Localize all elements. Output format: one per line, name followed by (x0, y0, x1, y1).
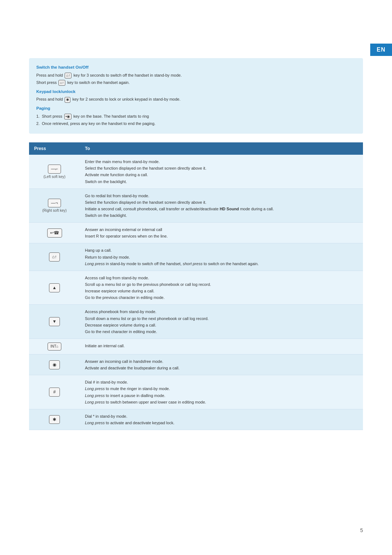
table-row: ✱ Dial * in stand-by mode. Long press to… (29, 409, 363, 430)
key-cell: ⌂↑ (29, 243, 80, 271)
description-cell: Enter the main menu from stand-by mode. … (80, 155, 363, 189)
description-cell: Access phonebook from stand-by mode. Scr… (80, 305, 363, 339)
end-key-icon2: ⌂↑ (58, 80, 65, 86)
key-cell: ✱ (29, 409, 80, 430)
paging-line1: 1. Short press •◉ key on the base. The h… (36, 113, 356, 120)
key-cell: ↩☎ (29, 223, 80, 243)
paging-line2: 2. Once retrieved, press any key on the … (36, 120, 356, 127)
key-cell: ▲ (29, 271, 80, 305)
description-cell: Go to redial list from stand-by mode. Se… (80, 189, 363, 223)
key-cell: ▼ (29, 305, 80, 339)
switch-handset-line1: Press and hold ⌂↑ key for 3 seconds to s… (36, 72, 356, 79)
description-cell: Answer an incoming call in handsfree mod… (80, 355, 363, 375)
key-cell: —¬ (Right soft key) (29, 189, 80, 223)
right-soft-key-icon: —¬ (48, 199, 61, 208)
end-key-icon: ⌂↑ (49, 252, 60, 262)
description-cell: Hang up a call. Return to stand-by mode.… (80, 243, 363, 271)
key-cell: INT⌂ (29, 339, 80, 355)
switch-handset-title: Switch the handset On/Off (36, 64, 356, 71)
description-cell: Initiate an internal call. (80, 339, 363, 355)
hd-sound-text: HD Sound (220, 207, 239, 211)
page-number: 5 (360, 527, 363, 533)
table-row: # Dial # in stand-by mode. Long press to… (29, 375, 363, 409)
long-press-text5: Long press (85, 421, 105, 425)
long-press-text3: Long press (85, 393, 105, 398)
key-cell: ◉ (29, 355, 80, 375)
down-arrow-key-icon: ▼ (49, 317, 60, 326)
right-soft-key-label: (Right soft key) (34, 208, 75, 212)
hash-key-icon: # (49, 388, 60, 397)
key-cell: —⌐ (Left soft key) (29, 155, 80, 189)
int-key-icon: INT⌂ (48, 343, 61, 351)
star-key-icon2: ✱ (49, 415, 60, 424)
col-to-header: To (80, 142, 363, 155)
description-cell: Dial * in stand-by mode. Long press to a… (80, 409, 363, 430)
info-box: Switch the handset On/Off Press and hold… (29, 58, 363, 134)
speaker-key-icon: ◉ (49, 360, 60, 369)
main-content: Switch the handset On/Off Press and hold… (29, 58, 363, 430)
description-cell: Access call log from stand-by mode. Scro… (80, 271, 363, 305)
description-cell: Answer an incoming external or internal … (80, 223, 363, 243)
long-press-text4: Long press (85, 400, 105, 404)
left-soft-key-icon: —⌐ (48, 165, 61, 174)
description-cell: Dial # in stand-by mode. Long press to m… (80, 375, 363, 409)
col-press-header: Press (29, 142, 80, 155)
table-row: INT⌂ Initiate an internal call. (29, 339, 363, 355)
short-press-text1: short press (183, 262, 202, 266)
key-cell: # (29, 375, 80, 409)
switch-handset-line2: Short press ⌂↑ key to switch on the hand… (36, 79, 356, 86)
table-row: ▼ Access phonebook from stand-by mode. S… (29, 305, 363, 339)
paging-title: Paging (36, 105, 356, 112)
end-key-icon: ⌂↑ (65, 73, 72, 78)
table-header-row: Press To (29, 142, 363, 155)
table-row: ▲ Access call log from stand-by mode. Sc… (29, 271, 363, 305)
paging-key-icon: •◉ (64, 114, 72, 119)
keys-table: Press To —⌐ (Left soft key) Enter the ma… (29, 142, 363, 430)
keypad-lock-line1: Press and hold ✱ key for 2 seconds to lo… (36, 96, 356, 103)
table-row: ◉ Answer an incoming call in handsfree m… (29, 355, 363, 375)
left-soft-key-label: (Left soft key) (34, 175, 75, 179)
long-press-text1: Long press (85, 262, 105, 266)
long-press-text2: Long press (85, 386, 105, 391)
table-row: —⌐ (Left soft key) Enter the main menu f… (29, 155, 363, 189)
call-key-icon: ↩☎ (47, 228, 62, 238)
star-key-icon: ✱ (65, 97, 70, 103)
table-row: ⌂↑ Hang up a call. Return to stand-by mo… (29, 243, 363, 271)
up-arrow-key-icon: ▲ (49, 283, 60, 292)
language-badge: EN (370, 44, 392, 56)
table-row: —¬ (Right soft key) Go to redial list fr… (29, 189, 363, 223)
keypad-lock-title: Keypad lock/unlock (36, 88, 356, 96)
table-row: ↩☎ Answer an incoming external or intern… (29, 223, 363, 243)
